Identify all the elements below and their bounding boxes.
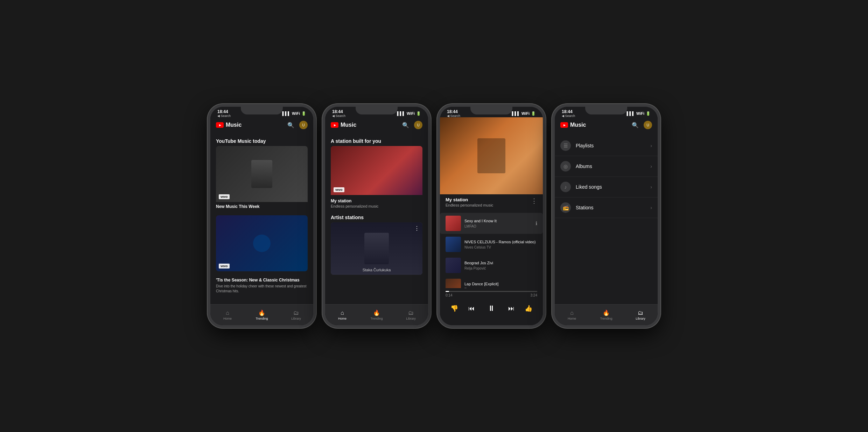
nav-library-1[interactable]: 🗂 Library [279, 310, 313, 320]
signal-icon-1: ▌▌▌ [282, 111, 290, 116]
nav-home-1[interactable]: ⌂ Home [210, 310, 245, 320]
app-header-4: Music 🔍 U [555, 117, 658, 133]
playlists-label: Playlists [576, 143, 650, 148]
albums-label: Albums [576, 163, 650, 169]
nav-trending-4[interactable]: 🔥 Trending [589, 309, 623, 320]
vevo-badge-station: vevo [334, 187, 344, 192]
player-menu-btn[interactable]: ⋮ [531, 197, 537, 205]
artist-name: Staka Čurlukuka [331, 268, 422, 272]
search-icon-4[interactable]: 🔍 [632, 122, 639, 128]
bottom-nav-4: ⌂ Home 🔥 Trending 🗂 Library [555, 304, 658, 325]
station-subtitle: Endless personalized music [331, 204, 422, 208]
library-icon-4: 🗂 [638, 310, 643, 316]
app-header-2: Music 🔍 U [325, 117, 428, 133]
library-liked-songs[interactable]: ♪ Liked songs › [555, 177, 658, 197]
status-bar-2: 18:44 ◀ Search ▌▌▌ WiFi 🔋 [325, 107, 428, 117]
time-3: 18:44 [447, 109, 460, 114]
logo-area-2: Music [331, 122, 356, 128]
signal-icon-3: ▌▌▌ [512, 111, 520, 116]
phone-4-content: ☰ Playlists › ◎ Albums › ♪ Liked so [555, 133, 658, 304]
stations-label: Stations [576, 205, 650, 210]
progress-total: 3:24 [531, 293, 537, 297]
next-btn[interactable]: ⏭ [508, 305, 514, 312]
artist-card-menu[interactable]: ⋮ [414, 225, 420, 232]
liked-songs-chevron: › [650, 184, 652, 190]
library-albums[interactable]: ◎ Albums › [555, 156, 658, 177]
time-4: 18:44 [562, 109, 575, 114]
song-title-1: NIVES CELZIJUS - Ramos (official video) [464, 239, 537, 244]
playlists-icon: ☰ [560, 140, 571, 151]
song-artist-1: Nives Celsius TV [464, 245, 537, 249]
albums-icon-symbol: ◎ [564, 163, 568, 169]
player-bg [440, 117, 543, 194]
song-item-3[interactable]: Lap Dance [Explicit] Tyga [440, 276, 543, 288]
albums-chevron: › [650, 163, 652, 169]
progress-bar[interactable] [446, 291, 537, 292]
trending-label-2: Trending [370, 317, 383, 320]
library-icon-2: 🗂 [408, 310, 414, 316]
liked-songs-icon-symbol: ♪ [565, 184, 567, 190]
logo-area-4: Music [560, 122, 586, 128]
home-icon-4: ⌂ [570, 310, 574, 316]
header-actions-4: 🔍 U [632, 121, 652, 129]
trending-label-4: Trending [600, 317, 612, 320]
youtube-logo-2 [331, 122, 338, 128]
home-label-4: Home [568, 317, 576, 320]
station-title: My station [331, 196, 422, 204]
albums-icon: ◎ [560, 161, 571, 172]
my-station-card[interactable]: vevo My station Endless personalized mus… [331, 146, 422, 210]
station-card-image: vevo [331, 146, 422, 195]
playlists-chevron: › [650, 143, 652, 148]
card-2-desc: Dive into the holiday cheer with these n… [216, 284, 308, 294]
song-item-0[interactable]: Sexy and I Know It LMFAO ℹ [440, 213, 543, 234]
home-icon-2: ⌂ [341, 310, 344, 316]
christmas-card-text: 'Tis the Season: New & Classic Christmas… [210, 276, 313, 298]
liked-songs-icon: ♪ [560, 182, 571, 192]
nav-trending-1[interactable]: 🔥 Trending [245, 309, 279, 320]
song-artist-2: Relja Popović [464, 266, 537, 270]
player-now-playing: My station Endless personalized music ⋮ [440, 194, 543, 210]
song-info-0: Sexy and I Know It LMFAO [464, 218, 532, 228]
app-title-1: Music [226, 122, 241, 128]
status-bar-1: 18:44 ◀ Search ▌▌▌ WiFi 🔋 [210, 107, 313, 117]
stations-chevron: › [650, 205, 652, 210]
song-thumb-0 [446, 216, 461, 231]
wifi-icon-3: WiFi [522, 111, 530, 116]
song-title-2: Beograd Jos Zivi [464, 260, 537, 265]
artist-card[interactable]: ⋮ Staka Čurlukuka [331, 222, 422, 275]
song-item-1[interactable]: NIVES CELZIJUS - Ramos (official video) … [440, 234, 543, 255]
library-stations[interactable]: 📻 Stations › [555, 197, 658, 218]
home-icon-1: ⌂ [226, 310, 229, 316]
song-info-icon-0[interactable]: ℹ [536, 221, 537, 226]
search-icon-2[interactable]: 🔍 [402, 122, 409, 128]
card-christmas[interactable]: vevo [216, 215, 308, 271]
time-2: 18:44 [332, 109, 345, 114]
nav-home-2[interactable]: ⌂ Home [325, 310, 359, 320]
wifi-icon-4: WiFi [636, 111, 644, 116]
nav-home-4[interactable]: ⌂ Home [555, 310, 589, 320]
card-image-1: vevo [216, 146, 308, 202]
nav-library-2[interactable]: 🗂 Library [394, 310, 428, 320]
song-title-0: Sexy and I Know It [464, 218, 532, 223]
song-item-2[interactable]: Beograd Jos Zivi Relja Popović [440, 255, 543, 276]
search-icon-1[interactable]: 🔍 [287, 122, 294, 128]
card-2-label: 'Tis the Season: New & Classic Christmas [216, 276, 308, 283]
vevo-badge-1: vevo [219, 194, 230, 199]
library-playlists[interactable]: ☰ Playlists › [555, 135, 658, 156]
song-info-3: Lap Dance [Explicit] Tyga [464, 281, 537, 288]
nav-trending-2[interactable]: 🔥 Trending [359, 309, 394, 320]
library-label-2: Library [406, 317, 416, 320]
library-label-1: Library [291, 317, 301, 320]
nav-library-4[interactable]: 🗂 Library [623, 310, 658, 320]
prev-btn[interactable]: ⏮ [468, 305, 475, 312]
avatar-2[interactable]: U [414, 121, 422, 129]
play-pause-btn[interactable]: ⏸ [484, 301, 498, 315]
section-title-2: A station built for you [325, 135, 428, 146]
avatar-1[interactable]: U [299, 121, 308, 129]
progress-times: 0:14 3:24 [446, 293, 537, 297]
thumbs-up-btn[interactable]: 👍 [525, 305, 532, 312]
card-new-music[interactable]: vevo New Music This Week [216, 146, 308, 211]
avatar-4[interactable]: U [644, 121, 652, 129]
phone-3: 18:44 ◀ Search ▌▌▌ WiFi 🔋 My station [437, 104, 546, 328]
thumbs-down-btn[interactable]: 👎 [450, 305, 458, 312]
